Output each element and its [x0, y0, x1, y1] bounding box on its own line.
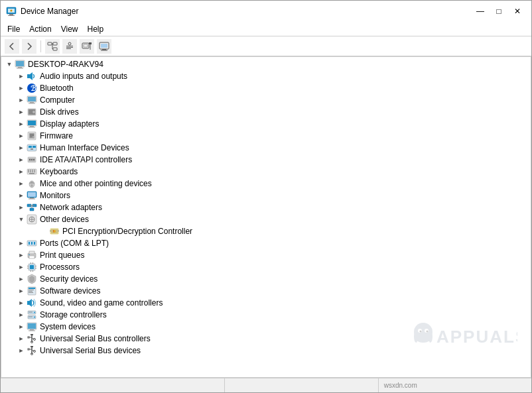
svg-rect-25	[16, 61, 24, 66]
svg-point-116	[34, 312, 35, 313]
bluetooth-expander[interactable]: ►	[16, 83, 27, 93]
processors-expander[interactable]: ►	[16, 262, 27, 272]
title-bar: ! Device Manager — □ ✕	[1, 1, 531, 22]
hid-expander[interactable]: ►	[16, 142, 27, 153]
menu-file[interactable]: File	[3, 23, 24, 35]
tree-item-firmware[interactable]: ► Firmware	[1, 130, 531, 142]
tree-item-ide[interactable]: ► IDE ATA/ATAPI controllers	[1, 154, 531, 166]
tree-item-ports[interactable]: ► Ports (COM & LPT)	[1, 237, 531, 249]
tree-item-other[interactable]: ▼ Other devices	[1, 213, 531, 225]
close-button[interactable]: ✕	[509, 5, 526, 18]
svg-point-129	[34, 339, 36, 341]
ports-expander[interactable]: ►	[16, 238, 27, 249]
tree-item-usb-devices[interactable]: ► Universal Serial Bus devices	[1, 345, 531, 357]
show-tree-button[interactable]	[45, 39, 60, 54]
svg-rect-91	[29, 242, 30, 245]
svg-rect-104	[31, 262, 31, 264]
network-icon	[27, 202, 37, 213]
tree-item-processors[interactable]: ► Processors	[1, 261, 531, 273]
disk-expander[interactable]: ►	[16, 107, 27, 117]
tree-item-bluetooth[interactable]: ► ℬ Bluetooth	[1, 82, 531, 94]
svg-rect-3	[8, 15, 15, 16]
tree-item-storage[interactable]: ► Storage controllers	[1, 309, 531, 321]
monitors-expander[interactable]: ►	[16, 190, 27, 201]
svg-rect-76	[30, 208, 34, 211]
menu-action[interactable]: Action	[25, 23, 55, 35]
keyboard-icon	[27, 166, 37, 177]
system-label: System devices	[40, 322, 96, 331]
device-tree[interactable]: ▼ DESKTOP-4RAKV94 ►	[1, 56, 531, 378]
tree-root[interactable]: ▼ DESKTOP-4RAKV94	[1, 58, 531, 70]
tree-item-hid[interactable]: ► Human Interface Devices	[1, 142, 531, 154]
svg-rect-17	[84, 44, 88, 47]
svg-rect-105	[33, 262, 33, 264]
computer-expander[interactable]: ►	[16, 95, 27, 105]
back-button[interactable]	[5, 39, 19, 54]
disk-icon	[27, 107, 37, 117]
display-expander[interactable]: ►	[16, 119, 27, 129]
status-segment-1	[1, 378, 225, 392]
svg-rect-55	[31, 159, 33, 160]
system-icon	[27, 321, 37, 332]
svg-rect-14	[66, 47, 73, 48]
other-expander[interactable]: ▼	[16, 214, 27, 225]
ide-expander[interactable]: ►	[16, 154, 27, 165]
svg-rect-107	[33, 270, 33, 272]
tree-item-disk[interactable]: ► Disk drives	[1, 106, 531, 118]
maximize-button[interactable]: □	[490, 5, 507, 18]
svg-rect-28	[27, 74, 30, 78]
tree-item-sound[interactable]: ► Sound, video and game controllers	[1, 297, 531, 309]
audio-icon	[27, 71, 37, 82]
tree-item-audio[interactable]: ► Audio inputs and outputs	[1, 70, 531, 82]
software-expander[interactable]: ►	[16, 286, 27, 296]
svg-rect-100	[27, 266, 29, 266]
security-expander[interactable]: ►	[16, 274, 27, 284]
forward-button[interactable]	[22, 39, 36, 54]
tree-item-system[interactable]: ► System devices	[1, 321, 531, 333]
properties-button[interactable]	[62, 39, 77, 54]
firmware-expander[interactable]: ►	[16, 131, 27, 141]
network-expander[interactable]: ►	[16, 202, 27, 213]
tree-item-usb-controllers[interactable]: ► Universal Serial Bus controllers	[1, 333, 531, 345]
minimize-button[interactable]: —	[472, 5, 489, 18]
root-expander[interactable]: ▼	[4, 59, 15, 70]
print-expander[interactable]: ►	[16, 250, 27, 260]
tree-item-print[interactable]: ► Print queues	[1, 249, 531, 261]
sound-expander[interactable]: ►	[16, 298, 27, 308]
storage-expander[interactable]: ►	[16, 309, 27, 320]
tree-item-mice[interactable]: ► Mice and other pointing devices	[1, 178, 531, 190]
update-button[interactable]	[80, 39, 94, 54]
tree-item-pci[interactable]: ► ! PCI Encryption/Decryption Controller	[1, 225, 531, 237]
print-icon	[27, 250, 37, 260]
display-button[interactable]	[97, 39, 111, 54]
usb-controllers-expander[interactable]: ►	[16, 333, 27, 344]
mice-label: Mice and other pointing devices	[40, 179, 152, 188]
tree-item-display[interactable]: ► Display adapters	[1, 118, 531, 130]
keyboard-expander[interactable]: ►	[16, 166, 27, 177]
svg-rect-124	[31, 334, 33, 335]
svg-rect-59	[30, 170, 31, 171]
tree-item-security[interactable]: ► Security devices	[1, 273, 531, 285]
menu-view[interactable]: View	[57, 23, 82, 35]
title-bar-left: ! Device Manager	[6, 6, 78, 17]
app-icon: !	[6, 6, 17, 17]
tree-item-network[interactable]: ► Network adapters	[1, 201, 531, 213]
audio-expander[interactable]: ►	[16, 71, 27, 82]
print-label: Print queues	[40, 251, 84, 260]
svg-rect-13	[66, 46, 73, 46]
svg-rect-62	[28, 172, 29, 173]
svg-rect-50	[33, 146, 36, 148]
tree-item-software[interactable]: ► Software devices	[1, 285, 531, 297]
usb-controllers-icon	[27, 333, 37, 344]
tree-item-keyboard[interactable]: ► Keyboards	[1, 166, 531, 178]
tree-item-computer[interactable]: ► Computer	[1, 94, 531, 106]
system-expander[interactable]: ►	[16, 321, 27, 332]
menu-help[interactable]: Help	[84, 23, 108, 35]
audio-label: Audio inputs and outputs	[40, 72, 127, 81]
window-title: Device Manager	[21, 7, 78, 16]
usb-devices-expander[interactable]: ►	[16, 345, 27, 356]
mice-expander[interactable]: ►	[16, 178, 27, 189]
ports-label: Ports (COM & LPT)	[40, 239, 109, 248]
svg-rect-46	[30, 135, 34, 136]
tree-item-monitors[interactable]: ► Monitors	[1, 190, 531, 201]
